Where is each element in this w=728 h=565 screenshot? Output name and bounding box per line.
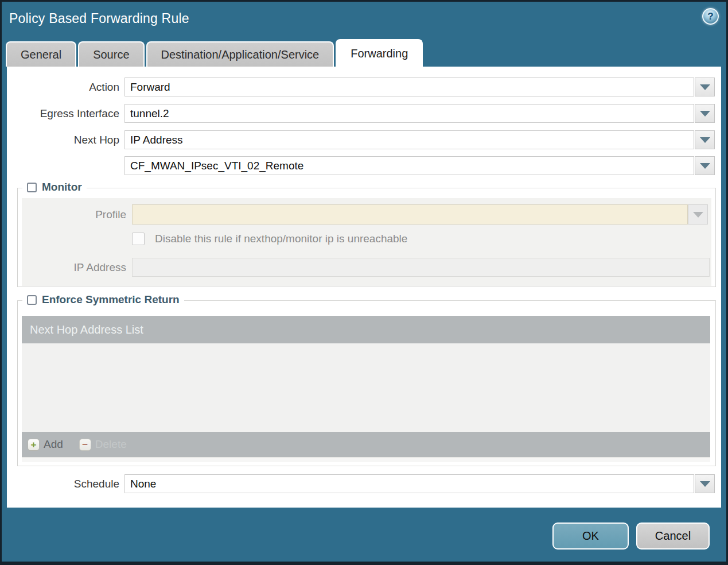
delete-button-label: Delete — [95, 438, 127, 451]
tab-bar: General Source Destination/Application/S… — [6, 39, 423, 67]
schedule-label: Schedule — [7, 474, 119, 493]
question-mark-glyph: ? — [707, 11, 713, 22]
next-hop-label: Next Hop — [7, 130, 119, 149]
enforce-symmetric-return-title: Enforce Symmetric Return — [42, 293, 180, 306]
monitor-ip-address-label: IP Address — [22, 258, 126, 277]
chevron-down-icon — [700, 84, 710, 90]
egress-interface-label: Egress Interface — [7, 104, 119, 123]
profile-label: Profile — [22, 204, 126, 225]
profile-select — [132, 204, 688, 225]
plus-icon: + — [28, 439, 40, 451]
enforce-symmetric-return-checkbox[interactable] — [27, 295, 37, 305]
ok-button[interactable]: OK — [552, 523, 629, 549]
enforce-symmetric-return-group: Enforce Symmetric Return Next Hop Addres… — [17, 300, 716, 466]
table-footer: + Add − Delete — [22, 432, 710, 457]
next-hop-address-dropdown-button[interactable] — [695, 156, 715, 175]
action-label: Action — [7, 78, 119, 96]
next-hop-row: Next Hop — [7, 130, 721, 149]
next-hop-address-list-table: Next Hop Address List + Add − Delete — [22, 316, 710, 462]
monitor-ip-address-row: IP Address — [22, 258, 711, 277]
disable-rule-row: Disable this rule if nexthop/monitor ip … — [22, 233, 711, 245]
next-hop-address-row — [7, 156, 721, 175]
profile-row: Profile — [22, 204, 711, 225]
schedule-select[interactable] — [124, 474, 694, 493]
enforce-symmetric-return-legend: Enforce Symmetric Return — [22, 293, 184, 306]
dialog-title: Policy Based Forwarding Rule — [9, 11, 189, 26]
schedule-dropdown-button[interactable] — [695, 474, 715, 493]
minus-icon: − — [79, 439, 91, 451]
action-row: Action — [7, 78, 721, 96]
monitor-group: Monitor Profile Disable this rule if nex… — [17, 188, 716, 287]
monitor-legend: Monitor — [22, 181, 87, 194]
action-select[interactable] — [124, 78, 694, 96]
add-button[interactable]: + Add — [28, 438, 63, 451]
monitor-ip-address-input — [132, 258, 710, 277]
table-column-header: Next Hop Address List — [22, 316, 710, 343]
dialog-button-bar: OK Cancel — [552, 523, 710, 549]
chevron-down-icon — [693, 212, 703, 218]
egress-interface-dropdown-button[interactable] — [695, 104, 715, 123]
tab-general[interactable]: General — [6, 41, 76, 67]
tab-forwarding[interactable]: Forwarding — [336, 39, 423, 67]
table-body-empty — [22, 343, 710, 432]
schedule-row: Schedule — [7, 474, 721, 493]
action-dropdown-button[interactable] — [695, 78, 715, 96]
table-scrollbar-track — [22, 457, 710, 462]
monitor-panel: Profile Disable this rule if nexthop/mon… — [22, 198, 711, 286]
tab-source[interactable]: Source — [78, 41, 144, 67]
chevron-down-icon — [700, 137, 710, 143]
next-hop-select[interactable] — [124, 130, 694, 149]
help-icon[interactable]: ? — [702, 8, 719, 25]
delete-button: − Delete — [79, 438, 127, 451]
tab-panel-forwarding: Action Egress Interface Next Hop — [7, 67, 721, 508]
profile-dropdown-button — [688, 204, 708, 225]
next-hop-address-select[interactable] — [124, 156, 694, 175]
egress-interface-select[interactable] — [124, 104, 694, 123]
monitor-title: Monitor — [42, 181, 82, 194]
egress-interface-row: Egress Interface — [7, 104, 721, 123]
chevron-down-icon — [700, 481, 710, 487]
add-button-label: Add — [44, 438, 63, 451]
disable-rule-checkbox — [132, 233, 145, 245]
chevron-down-icon — [700, 163, 710, 169]
cancel-button[interactable]: Cancel — [636, 523, 710, 549]
chevron-down-icon — [700, 111, 710, 117]
monitor-checkbox[interactable] — [27, 183, 37, 192]
tab-destination-application-service[interactable]: Destination/Application/Service — [146, 41, 334, 67]
pbf-rule-dialog: Policy Based Forwarding Rule ? General S… — [0, 0, 728, 565]
titlebar: Policy Based Forwarding Rule ? — [2, 2, 726, 38]
disable-rule-label: Disable this rule if nexthop/monitor ip … — [155, 233, 407, 245]
next-hop-dropdown-button[interactable] — [695, 130, 715, 149]
